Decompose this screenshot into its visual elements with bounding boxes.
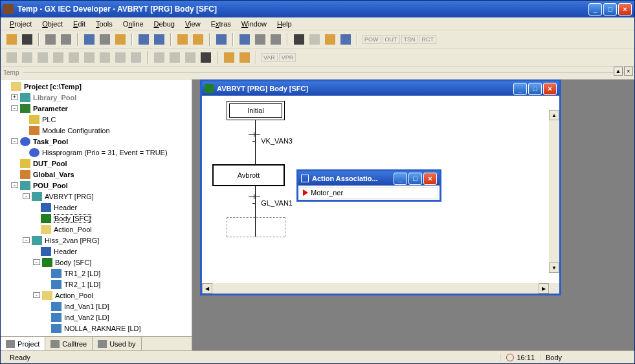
sfc-trans-vkvan3[interactable]: VK_VAN3 [261, 137, 293, 145]
tool2-b[interactable] [20, 50, 34, 65]
tool-g[interactable] [292, 32, 306, 47]
minimize-button[interactable]: _ [588, 3, 602, 16]
tool2-m[interactable] [199, 50, 213, 65]
tool2-h[interactable] [113, 50, 128, 65]
collapse-icon[interactable]: - [11, 138, 18, 144]
tree-hissprogram[interactable]: Hissprogram (Prio = 31, Event = TRUE) [42, 149, 168, 156]
tool2-o[interactable] [238, 50, 252, 65]
tool-undo[interactable] [137, 32, 151, 47]
menu-project[interactable]: Project [6, 19, 36, 29]
tool-preview[interactable] [59, 32, 73, 47]
tool-d[interactable] [238, 32, 252, 47]
tree-avbryt[interactable]: AVBRYT [PRG] [45, 193, 94, 200]
expand-icon[interactable]: + [11, 94, 18, 100]
close-button[interactable]: × [618, 3, 632, 16]
tree-library[interactable]: Library_Pool [33, 94, 76, 102]
tool-paste[interactable] [113, 32, 128, 47]
project-tree[interactable]: Project [c:\Temp] +Library_Pool -Paramet… [1, 80, 192, 336]
tool-copy[interactable] [98, 32, 112, 47]
tool-c[interactable] [214, 32, 228, 47]
tree-pou[interactable]: POU_Pool [33, 182, 68, 189]
tab-usedby[interactable]: Used by [93, 337, 141, 350]
menu-help[interactable]: Help [273, 19, 296, 29]
tool-b[interactable] [191, 32, 205, 47]
tool2-k[interactable] [168, 50, 182, 65]
menu-debug[interactable]: Debug [150, 19, 179, 29]
menu-window[interactable]: Window [238, 19, 271, 29]
tree-body-sfc2[interactable]: Body [SFC] [55, 259, 91, 266]
tree-indvan2[interactable]: Ind_Van2 [LD] [64, 314, 109, 321]
collapse-icon[interactable]: - [23, 193, 30, 199]
tool2-a[interactable] [5, 50, 19, 65]
tree-actionpool2[interactable]: Action_Pool [55, 292, 93, 299]
pin-up-icon[interactable]: ▲ [614, 67, 623, 76]
collapse-icon[interactable]: - [23, 237, 30, 243]
tree-tr21[interactable]: TR2_1 [LD] [64, 281, 100, 288]
menu-object[interactable]: Object [38, 19, 67, 29]
sfc-body[interactable]: Initial VK_VAN3 Avbrott GL_VAN1 [202, 96, 559, 283]
sfc-hscrollbar[interactable]: ◀ ▶ [202, 283, 559, 294]
tab-project[interactable]: Project [1, 337, 45, 350]
tool2-f[interactable] [82, 50, 96, 65]
tool2-l[interactable] [183, 50, 197, 65]
tree-plc[interactable]: PLC [42, 116, 56, 123]
sfc-close-button[interactable]: × [543, 83, 557, 95]
action-titlebar[interactable]: Action Associatio... _ □ × [298, 171, 440, 186]
tree-indvan1[interactable]: Ind_Van1 [LD] [64, 303, 109, 310]
tool-h[interactable] [307, 32, 322, 47]
sfc-vscrollbar[interactable]: ▲ ▼ [549, 110, 559, 273]
tree-header[interactable]: Header [54, 204, 77, 211]
tool-redo[interactable] [152, 32, 166, 47]
menu-extras[interactable]: Extras [207, 19, 235, 29]
tool-j[interactable] [339, 32, 353, 47]
collapse-icon[interactable]: - [11, 105, 18, 111]
tool-i[interactable] [323, 32, 337, 47]
tool2-n[interactable] [222, 50, 236, 65]
action-row-motor[interactable]: Motor_ner [300, 187, 438, 198]
tool-cut[interactable] [82, 32, 96, 47]
tool2-e[interactable] [67, 50, 81, 65]
action-maximize-button[interactable]: □ [408, 173, 422, 185]
tool-a[interactable] [175, 32, 190, 47]
collapse-icon[interactable]: - [33, 259, 40, 265]
tree-nolla[interactable]: NOLLA_RAKNARE [LD] [64, 325, 141, 332]
menu-online[interactable]: Online [119, 19, 148, 29]
tree-dut[interactable]: DUT_Pool [33, 160, 67, 167]
menu-tools[interactable]: Tools [92, 19, 117, 29]
tree-tr12[interactable]: TR1_2 [LD] [64, 270, 100, 277]
menu-edit[interactable]: Edit [69, 19, 89, 29]
tree-header2[interactable]: Header [54, 248, 77, 255]
tree-module[interactable]: Module Configuration [42, 127, 110, 134]
action-minimize-button[interactable]: _ [394, 173, 407, 185]
tool2-j[interactable] [152, 50, 166, 65]
scroll-right-icon[interactable]: ▶ [539, 283, 549, 294]
tree-root[interactable]: Project [c:\Temp] [24, 83, 82, 91]
tool2-i[interactable] [129, 50, 143, 65]
pin-x-icon[interactable]: × [624, 67, 633, 76]
sfc-minimize-button[interactable]: _ [513, 83, 527, 95]
tool-print[interactable] [43, 32, 58, 47]
tree-task[interactable]: Task_Pool [33, 138, 68, 145]
collapse-icon[interactable]: - [33, 292, 40, 298]
tree-actionpool[interactable]: Action_Pool [54, 226, 92, 233]
action-close-button[interactable]: × [423, 173, 437, 185]
tree-global[interactable]: Global_Vars [33, 171, 74, 178]
tree-parameter[interactable]: Parameter [33, 105, 68, 112]
tool2-d[interactable] [51, 50, 65, 65]
scroll-down-icon[interactable]: ▼ [549, 262, 559, 273]
collapse-icon[interactable]: - [11, 182, 18, 188]
sfc-step-avbrott[interactable]: Avbrott [212, 164, 285, 186]
tool-save[interactable] [20, 32, 34, 47]
sfc-maximize-button[interactable]: □ [528, 83, 542, 95]
maximize-button[interactable]: □ [603, 3, 617, 16]
menu-view[interactable]: View [181, 19, 205, 29]
scroll-up-icon[interactable]: ▲ [549, 110, 559, 120]
tree-body-sfc[interactable]: Body [SFC] [54, 214, 91, 223]
sfc-trans-glvan1[interactable]: GL_VAN1 [261, 199, 293, 207]
sfc-titlebar[interactable]: AVBRYT [PRG] Body [SFC] _ □ × [202, 81, 559, 96]
tool-f[interactable] [269, 32, 283, 47]
tool-open[interactable] [5, 32, 19, 47]
scroll-left-icon[interactable]: ◀ [202, 283, 212, 294]
tool2-g[interactable] [98, 50, 112, 65]
tool-e[interactable] [253, 32, 267, 47]
